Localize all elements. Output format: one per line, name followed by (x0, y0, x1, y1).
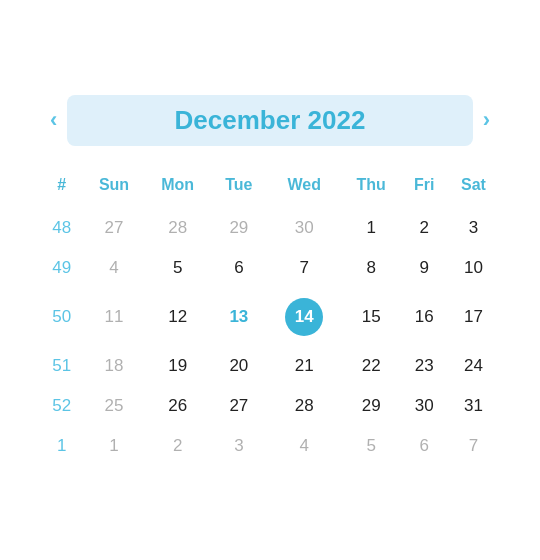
calendar-day[interactable]: 3 (447, 208, 500, 248)
calendar-day[interactable]: 30 (267, 208, 341, 248)
calendar-day[interactable]: 21 (267, 346, 341, 386)
col-header-thu: Thu (341, 170, 401, 208)
week-number: 50 (40, 288, 83, 346)
calendar-day[interactable]: 16 (401, 288, 447, 346)
week-number: 51 (40, 346, 83, 386)
calendar-day[interactable]: 24 (447, 346, 500, 386)
calendar-header: ‹ December 2022 › (40, 95, 500, 146)
calendar-container: ‹ December 2022 › #SunMonTueWedThuFriSat… (30, 75, 510, 486)
calendar-day[interactable]: 1 (341, 208, 401, 248)
calendar-day[interactable]: 12 (145, 288, 211, 346)
calendar-day[interactable]: 5 (145, 248, 211, 288)
calendar-day[interactable]: 8 (341, 248, 401, 288)
col-header-sun: Sun (83, 170, 144, 208)
calendar-day[interactable]: 4 (267, 426, 341, 466)
calendar-grid: #SunMonTueWedThuFriSat 48272829301234945… (40, 170, 500, 466)
col-header-fri: Fri (401, 170, 447, 208)
calendar-day[interactable]: 6 (211, 248, 268, 288)
calendar-day[interactable]: 29 (341, 386, 401, 426)
calendar-day[interactable]: 1 (83, 426, 144, 466)
calendar-day[interactable]: 27 (83, 208, 144, 248)
month-title-box: December 2022 (67, 95, 472, 146)
calendar-day[interactable]: 6 (401, 426, 447, 466)
month-title: December 2022 (175, 105, 366, 135)
calendar-day[interactable]: 2 (401, 208, 447, 248)
week-number: 48 (40, 208, 83, 248)
table-row: 5118192021222324 (40, 346, 500, 386)
calendar-day[interactable]: 28 (145, 208, 211, 248)
calendar-day[interactable]: 4 (83, 248, 144, 288)
table-row: 4827282930123 (40, 208, 500, 248)
calendar-day[interactable]: 2 (145, 426, 211, 466)
calendar-day[interactable]: 18 (83, 346, 144, 386)
calendar-day[interactable]: 5 (341, 426, 401, 466)
calendar-day[interactable]: 10 (447, 248, 500, 288)
calendar-day[interactable]: 30 (401, 386, 447, 426)
week-number: 52 (40, 386, 83, 426)
calendar-day[interactable]: 17 (447, 288, 500, 346)
calendar-day[interactable]: 22 (341, 346, 401, 386)
calendar-day[interactable]: 25 (83, 386, 144, 426)
week-number: 49 (40, 248, 83, 288)
week-number: 1 (40, 426, 83, 466)
prev-month-button[interactable]: ‹ (40, 103, 67, 137)
table-row: 11234567 (40, 426, 500, 466)
calendar-day[interactable]: 14 (267, 288, 341, 346)
calendar-day[interactable]: 11 (83, 288, 144, 346)
column-headers: #SunMonTueWedThuFriSat (40, 170, 500, 208)
col-header-#: # (40, 170, 83, 208)
calendar-day[interactable]: 28 (267, 386, 341, 426)
col-header-sat: Sat (447, 170, 500, 208)
col-header-mon: Mon (145, 170, 211, 208)
calendar-day[interactable]: 20 (211, 346, 268, 386)
calendar-day[interactable]: 7 (447, 426, 500, 466)
calendar-day[interactable]: 29 (211, 208, 268, 248)
calendar-day[interactable]: 9 (401, 248, 447, 288)
calendar-day[interactable]: 7 (267, 248, 341, 288)
table-row: 4945678910 (40, 248, 500, 288)
calendar-day[interactable]: 31 (447, 386, 500, 426)
calendar-day[interactable]: 27 (211, 386, 268, 426)
calendar-day[interactable]: 26 (145, 386, 211, 426)
col-header-tue: Tue (211, 170, 268, 208)
table-row: 5011121314151617 (40, 288, 500, 346)
table-row: 5225262728293031 (40, 386, 500, 426)
calendar-day[interactable]: 3 (211, 426, 268, 466)
calendar-day[interactable]: 23 (401, 346, 447, 386)
col-header-wed: Wed (267, 170, 341, 208)
calendar-day[interactable]: 19 (145, 346, 211, 386)
calendar-day[interactable]: 15 (341, 288, 401, 346)
next-month-button[interactable]: › (473, 103, 500, 137)
calendar-day[interactable]: 13 (211, 288, 268, 346)
